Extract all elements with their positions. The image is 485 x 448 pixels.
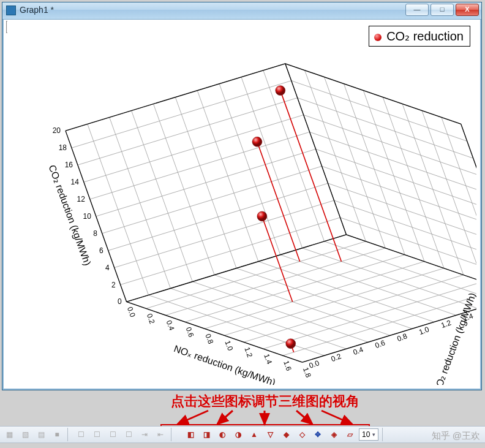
svg-line-30 [461,124,476,295]
window-title: Graph1 * [20,5,54,15]
rotate-cw-icon[interactable]: ◆ [279,428,293,441]
rotate-right-icon[interactable]: ◨ [200,428,213,441]
svg-text:4: 4 [105,264,110,272]
svg-line-65 [127,235,347,302]
close-button[interactable]: X [456,4,479,16]
tool-gray-9[interactable]: ⇥ [138,428,151,441]
svg-line-7 [263,282,476,349]
svg-text:SO₂ reduction (kg/MWh): SO₂ reduction (kg/MWh) [432,291,476,385]
graph-window: Graph1 * — □ X 1 0.00.20.40.60.81.01.21.… [2,2,482,390]
svg-line-31 [346,235,476,295]
svg-line-60 [84,115,304,182]
svg-text:0.0: 0.0 [126,306,137,319]
svg-line-71 [285,64,461,124]
svg-text:18: 18 [59,143,67,152]
rotate-left-icon[interactable]: ◧ [184,428,197,441]
svg-text:1.4: 1.4 [262,353,274,366]
svg-line-57 [102,166,322,233]
svg-line-68 [346,235,476,295]
svg-line-117 [217,411,233,424]
svg-line-59 [90,132,310,199]
svg-line-40 [291,81,467,142]
svg-text:0: 0 [118,297,122,306]
rotate-ccw-icon[interactable]: ◇ [295,428,309,441]
svg-line-38 [304,115,476,175]
pitch-down-icon[interactable]: ▽ [263,428,277,441]
svg-line-20 [346,235,476,295]
tool-gray-10[interactable]: ⇤ [154,428,167,441]
svg-line-56 [108,183,328,251]
svg-text:0.6: 0.6 [184,326,196,339]
tool-gray-1[interactable]: ▦ [2,428,16,441]
maximize-button[interactable]: □ [430,4,454,16]
svg-text:0.4: 0.4 [165,319,176,332]
legend[interactable]: CO₂ reduction [369,26,470,47]
svg-point-115 [286,339,296,349]
svg-line-54 [121,218,340,285]
svg-text:2: 2 [111,281,116,289]
svg-line-72 [461,124,476,295]
svg-line-116 [178,411,208,424]
tilt-left-icon[interactable]: ◐ [216,428,229,441]
legend-label: CO₂ reduction [386,29,464,43]
svg-line-37 [310,132,476,192]
svg-line-55 [115,200,334,268]
svg-line-70 [66,64,285,131]
svg-point-111 [276,86,285,96]
svg-point-113 [257,211,267,221]
svg-text:12: 12 [77,195,86,203]
svg-line-34 [328,183,476,244]
svg-text:6: 6 [99,246,103,255]
svg-line-39 [298,98,473,159]
svg-text:16: 16 [65,161,73,169]
rotation-step-combo[interactable]: 10 [359,428,378,441]
perspective-icon[interactable]: ▱ [343,428,356,441]
svg-line-36 [316,149,476,210]
svg-line-58 [96,149,316,216]
svg-text:10: 10 [83,212,92,221]
svg-text:NOₓ reduction (kg/MWh): NOₓ reduction (kg/MWh) [173,343,277,385]
svg-point-109 [252,137,262,146]
tilt-right-icon[interactable]: ◑ [231,428,245,441]
tool-gray-8[interactable]: ☐ [122,428,135,441]
svg-text:0.8: 0.8 [204,333,216,346]
svg-line-108 [257,142,300,261]
svg-text:1.0: 1.0 [223,340,235,352]
minimize-button[interactable]: — [405,4,429,16]
legend-marker-icon [374,34,382,41]
app-icon [6,6,16,15]
titlebar[interactable]: Graph1 * — □ X [2,2,481,20]
pitch-up-icon[interactable]: ▲ [247,428,261,441]
chart-3d[interactable]: 0.00.20.40.60.81.01.21.41.61.80.00.20.40… [7,21,476,385]
svg-line-120 [321,411,352,424]
plot-area[interactable]: 0.00.20.40.60.81.01.21.41.61.80.00.20.40… [7,21,476,385]
svg-text:14: 14 [71,178,80,186]
tool-gray-3[interactable]: ▤ [34,428,48,441]
svg-text:8: 8 [93,229,97,238]
svg-text:20: 20 [53,126,61,135]
tool-gray-5[interactable]: ☐ [74,428,88,441]
annotation-text: 点击这些图标调节三维图的视角 [159,392,371,411]
svg-line-119 [296,411,312,424]
svg-line-28 [422,111,476,282]
svg-text:1.2: 1.2 [242,346,254,359]
tool-gray-4[interactable]: ■ [50,428,64,441]
tool-gray-2[interactable]: ▧ [18,428,32,441]
tool-gray-7[interactable]: ☐ [106,428,119,441]
bottom-toolbar: ▦ ▧ ▤ ■ ☐ ☐ ☐ ☐ ⇥ ⇤ ◧ ◨ ◐ ◑ ▲ ▽ ◆ ◇ ✥ ◈ … [0,426,485,443]
svg-line-61 [78,98,298,165]
svg-text:0.2: 0.2 [145,313,157,325]
svg-text:1.6: 1.6 [282,360,293,373]
reset-view-icon[interactable]: ◈ [327,428,340,441]
rotation-step-value: 10 [362,430,370,439]
tool-gray-6[interactable]: ☐ [90,428,103,441]
fit-view-icon[interactable]: ✥ [311,428,325,441]
